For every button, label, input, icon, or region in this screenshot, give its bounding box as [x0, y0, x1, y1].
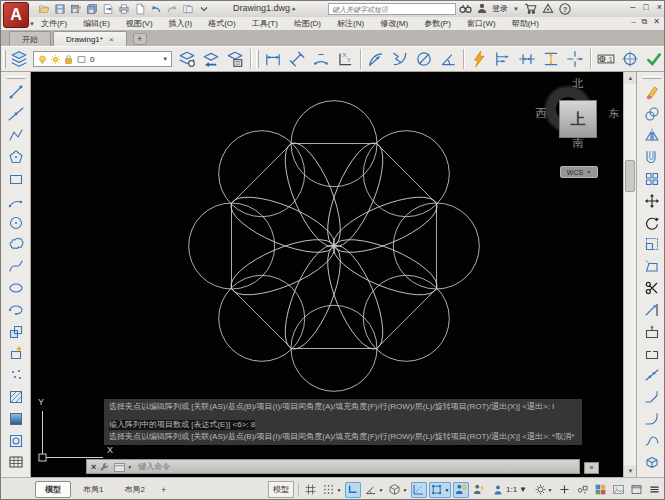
- help-search-box[interactable]: [328, 3, 456, 15]
- erase-button[interactable]: [639, 81, 665, 103]
- command-input[interactable]: [136, 461, 575, 472]
- chevron-down-icon[interactable]: ▼: [548, 487, 553, 493]
- mirror-button[interactable]: [639, 125, 665, 147]
- tolerance-button[interactable]: .1: [594, 48, 618, 70]
- diameter-dimension-button[interactable]: [412, 48, 436, 70]
- search-binoculars-icon[interactable]: [459, 3, 472, 14]
- search-input[interactable]: [329, 6, 455, 13]
- jogged-dimension-button[interactable]: [388, 48, 412, 70]
- exchange-apps-icon[interactable]: [542, 3, 554, 14]
- export-button[interactable]: [101, 3, 114, 15]
- layout-tab-2[interactable]: 布局1: [74, 482, 112, 497]
- menu-2[interactable]: 编辑(E): [75, 18, 118, 29]
- save-button[interactable]: [53, 3, 66, 15]
- command-close-icon[interactable]: ×: [91, 462, 96, 472]
- command-customize-icon[interactable]: [100, 458, 110, 476]
- arc-button[interactable]: [3, 190, 29, 212]
- redo-button[interactable]: [165, 3, 178, 15]
- aligned-dimension-button[interactable]: [285, 48, 309, 70]
- copy-button[interactable]: [639, 103, 665, 125]
- break-button[interactable]: [639, 343, 665, 365]
- osnap-tracking-toggle[interactable]: [411, 482, 427, 498]
- clean-screen-button[interactable]: [628, 482, 644, 498]
- extend-button[interactable]: [639, 299, 665, 321]
- construction-line-button[interactable]: [3, 103, 29, 125]
- grid-toggle[interactable]: [303, 482, 319, 498]
- tab-close-icon[interactable]: ×: [109, 35, 114, 44]
- viewcube-top-face[interactable]: 上: [559, 100, 597, 138]
- close-button[interactable]: ×: [657, 2, 662, 12]
- menu-8[interactable]: 标注(N): [329, 18, 372, 29]
- ellipse-button[interactable]: [3, 277, 29, 299]
- doc-close-button[interactable]: ✕: [653, 17, 660, 27]
- layer-properties-button[interactable]: [8, 48, 30, 70]
- undo-button[interactable]: [149, 3, 162, 15]
- customize-button[interactable]: [197, 3, 210, 15]
- join-button[interactable]: [639, 364, 665, 386]
- workspace-gear-button[interactable]: ▼: [532, 482, 554, 498]
- maximize-button[interactable]: □: [643, 2, 648, 12]
- center-mark-button[interactable]: [618, 48, 642, 70]
- layout-tab-1[interactable]: 模型: [35, 481, 71, 498]
- store-cart-icon[interactable]: [524, 3, 537, 14]
- chevron-down-icon[interactable]: ▼: [127, 464, 132, 470]
- arc-length-dimension-button[interactable]: [309, 48, 333, 70]
- snap-toggle[interactable]: ▼: [321, 482, 343, 498]
- layout-tab-3[interactable]: 布局2: [115, 482, 153, 497]
- annotation-visibility-toggle[interactable]: [453, 482, 469, 498]
- ellipse-arc-button[interactable]: [3, 299, 29, 321]
- drawing-canvas[interactable]: 上 北 南 西 东 WCS▼ Y X 选择夹点以编辑阵列或 [关联(AS)/基点…: [31, 72, 623, 477]
- isolate-objects-button[interactable]: [574, 482, 590, 498]
- menu-4[interactable]: 插入(I): [161, 18, 201, 29]
- sign-in-link[interactable]: 登录: [492, 3, 508, 14]
- rectangle-button[interactable]: [3, 168, 29, 190]
- offset-button[interactable]: [639, 146, 665, 168]
- doc-restore-button[interactable]: ⧉: [642, 17, 648, 27]
- autoscale-toggle[interactable]: [471, 482, 487, 498]
- recent-commands-icon[interactable]: [114, 458, 125, 476]
- user-icon[interactable]: [477, 3, 487, 14]
- layer-states-button[interactable]: [223, 48, 247, 70]
- layer-previous-button[interactable]: [199, 48, 223, 70]
- toolbar-grip[interactable]: [3, 50, 6, 68]
- chevron-down-icon[interactable]: ▼: [513, 6, 519, 12]
- chevron-down-icon[interactable]: ▼: [378, 487, 383, 493]
- ortho-toggle[interactable]: [345, 482, 361, 498]
- revision-cloud-button[interactable]: [3, 234, 29, 256]
- radius-dimension-button[interactable]: [364, 48, 388, 70]
- vertical-scrollbar[interactable]: ▲ ▼: [623, 72, 636, 477]
- application-menu-button[interactable]: A▼: [3, 2, 29, 28]
- hatch-button[interactable]: [3, 386, 29, 408]
- trim-button[interactable]: [639, 277, 665, 299]
- help-icon[interactable]: ?: [559, 3, 571, 15]
- region-button[interactable]: [3, 430, 29, 452]
- background-image-button[interactable]: [610, 482, 626, 498]
- spline-button[interactable]: [3, 255, 29, 277]
- command-line[interactable]: × ▼: [86, 459, 580, 474]
- new-button[interactable]: [133, 3, 146, 15]
- polygon-button[interactable]: [3, 146, 29, 168]
- array-button[interactable]: [639, 168, 665, 190]
- polyline-button[interactable]: [3, 125, 29, 147]
- dimension-space-button[interactable]: [539, 48, 563, 70]
- line-button[interactable]: [3, 81, 29, 103]
- chevron-down-icon[interactable]: ▼: [444, 487, 449, 493]
- sheet-set-button[interactable]: [181, 3, 194, 15]
- create-block-button[interactable]: [3, 343, 29, 365]
- blend-curves-button[interactable]: [639, 430, 665, 452]
- save-all-button[interactable]: [85, 3, 98, 15]
- chevron-down-icon[interactable]: ▼: [336, 487, 341, 493]
- new-tab-button[interactable]: +: [133, 33, 147, 45]
- tab-drawing1[interactable]: Drawing1* ×: [53, 31, 127, 46]
- menu-6[interactable]: 工具(T): [244, 18, 286, 29]
- layer-combo[interactable]: 0 ▼: [33, 51, 172, 67]
- compass-west-label[interactable]: 西: [533, 106, 549, 121]
- chevron-down-icon[interactable]: ▼: [162, 56, 168, 62]
- baseline-dimension-button[interactable]: [491, 48, 515, 70]
- rotate-button[interactable]: [639, 212, 665, 234]
- toolbar-grip[interactable]: [256, 50, 259, 68]
- move-button[interactable]: [639, 190, 665, 212]
- customization-menu-button[interactable]: [646, 482, 662, 498]
- menu-5[interactable]: 格式(O): [200, 18, 244, 29]
- wcs-dropdown[interactable]: WCS▼: [560, 166, 598, 178]
